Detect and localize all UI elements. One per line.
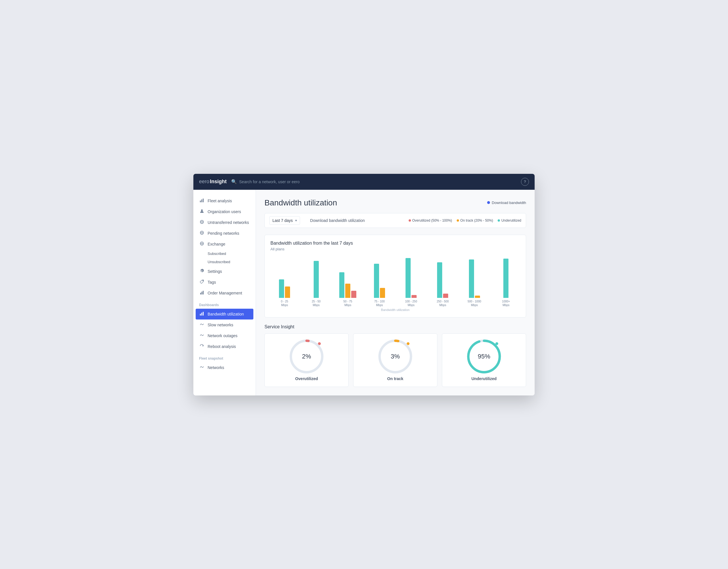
svg-point-3 (201, 209, 203, 211)
svg-rect-0 (200, 200, 201, 202)
chart-bar-icon (199, 198, 205, 204)
bar-group-label: 250 - 500 Mbps (437, 300, 449, 307)
sidebar-item-fleet-analysis[interactable]: Fleet analysis (193, 195, 256, 206)
bar-group: 25 - 50 Mbps (302, 254, 330, 307)
svg-rect-17 (200, 314, 201, 316)
svg-point-13 (203, 280, 203, 281)
sidebar-item-reboot-analysis[interactable]: Reboot analysis (193, 341, 256, 352)
bar-group: 100 - 250 Mbps (397, 254, 425, 307)
sidebar-item-networks[interactable]: Networks (193, 362, 256, 373)
bar (406, 258, 411, 298)
sidebar-item-exchange[interactable]: → Exchange (193, 239, 256, 249)
bar (339, 272, 344, 298)
svg-rect-19 (203, 312, 204, 316)
donut-card-on-track: 3% On track (353, 334, 437, 387)
legend-overutilized: Overutilized (50% - 100%) (409, 218, 452, 222)
sidebar-item-slow-networks[interactable]: Slow networks (193, 320, 256, 330)
sidebar-label-tags: Tags (208, 280, 216, 284)
svg-rect-1 (201, 199, 202, 202)
legend-on-track: On track (20% - 50%) (457, 218, 493, 222)
bar-group: 500 - 1000 Mbps (460, 254, 489, 307)
reboot-icon (199, 344, 205, 349)
download-badge: Download bandwidth (487, 198, 526, 205)
bar (469, 259, 474, 298)
sidebar-label-bandwidth-utilization: Bandwidth utilization (208, 312, 244, 317)
logo-eero: eero (199, 179, 209, 185)
user-icon (199, 209, 205, 214)
bar-group-bars (314, 254, 319, 298)
sidebar-item-untransferred-networks[interactable]: → Untransferred networks (193, 217, 256, 228)
bar-group-label: 1000+ Mbps (502, 300, 510, 307)
svg-rect-16 (203, 291, 204, 295)
period-label: Last 7 days (272, 218, 293, 223)
period-dropdown[interactable]: Last 7 days ▾ (269, 216, 300, 225)
chevron-down-icon: ▾ (295, 218, 297, 222)
globe-icon-pending (199, 230, 205, 236)
bar (411, 295, 417, 298)
svg-rect-2 (203, 198, 204, 202)
bar-group-bars (503, 254, 508, 298)
sidebar-item-pending-networks[interactable]: → Pending networks (193, 228, 256, 239)
bar-group: 0 - 25 Mbps (270, 254, 299, 307)
bar (279, 279, 284, 298)
order-icon (199, 290, 205, 296)
donut-label-overutilized: Overutilized (295, 377, 318, 381)
sidebar-label-untransferred-networks: Untransferred networks (208, 220, 249, 225)
bar (437, 262, 442, 298)
bar-group-bars (406, 254, 417, 298)
donut-label-underutilized: Underutilized (471, 377, 497, 381)
legend-overutilized-label: Overutilized (50% - 100%) (412, 218, 452, 222)
bar-chart: 0 - 25 Mbps25 - 50 Mbps50 - 75 Mbps75 - … (270, 256, 520, 307)
search-placeholder[interactable]: Search for a network, user or eero (239, 179, 299, 184)
tag-icon (199, 279, 205, 285)
sidebar-item-settings[interactable]: Settings (193, 266, 256, 277)
legend-underutilized: Underutilized (498, 218, 521, 222)
sidebar-label-reboot-analysis: Reboot analysis (208, 344, 236, 349)
sidebar-sub-item-unsubscribed[interactable]: Unsubscribed (193, 258, 256, 266)
sidebar-item-tags[interactable]: Tags (193, 277, 256, 288)
sidebar-item-order-management[interactable]: Order Management (193, 288, 256, 299)
sidebar-label-fleet-analysis: Fleet analysis (208, 198, 232, 203)
svg-rect-18 (201, 313, 202, 316)
sidebar-label-exchange: Exchange (208, 242, 225, 246)
help-button[interactable]: ? (521, 178, 529, 186)
chart-section: Bandwidth utilization from the last 7 da… (264, 235, 526, 318)
sidebar-item-network-outages[interactable]: Network outages (193, 330, 256, 341)
content-header: Bandwidth utilization Download bandwidth (264, 198, 526, 213)
donut-percent-underutilized: 95% (478, 353, 490, 360)
sidebar-label-network-outages: Network outages (208, 334, 237, 338)
chart-x-axis-label: Bandwidth utilization (270, 308, 520, 312)
sidebar: Fleet analysis Organization users → (193, 190, 256, 396)
donut-card-underutilized: 95% Underutilized (442, 334, 526, 387)
main-layout: Fleet analysis Organization users → (193, 190, 535, 396)
sidebar-item-bandwidth-utilization[interactable]: Bandwidth utilization (196, 309, 253, 320)
chart-subtitle: All plans (270, 247, 520, 251)
search-bar: 🔍 Search for a network, user or eero (231, 179, 516, 184)
donut-container-overutilized: 2% (289, 340, 324, 374)
service-insight-section: Service Insight 2% Overutilized 3% On tr… (264, 324, 526, 387)
underutilized-dot (498, 219, 500, 221)
sidebar-label-slow-networks: Slow networks (208, 323, 233, 327)
bar (285, 287, 290, 298)
gear-icon (199, 268, 205, 274)
sidebar-label-pending-networks: Pending networks (208, 231, 239, 235)
service-insight-title: Service Insight (264, 324, 526, 330)
bar (475, 296, 480, 298)
donut-label-on-track: On track (387, 377, 404, 381)
bar (503, 258, 508, 298)
sidebar-label-settings: Settings (208, 269, 222, 274)
legend-on-track-label: On track (20% - 50%) (460, 218, 493, 222)
donut-cards: 2% Overutilized 3% On track 95% Underuti… (264, 334, 526, 387)
donut-card-overutilized: 2% Overutilized (264, 334, 349, 387)
bar-group-label: 100 - 250 Mbps (405, 300, 417, 307)
bar-chart-wrapper: 0 - 25 Mbps25 - 50 Mbps50 - 75 Mbps75 - … (270, 256, 520, 307)
sidebar-item-organization-users[interactable]: Organization users (193, 206, 256, 217)
sidebar-sub-item-subscribed[interactable]: Subscribed (193, 249, 256, 258)
bar-group: 1000+ Mbps (492, 254, 520, 307)
bar-group-bars (437, 254, 448, 298)
bar-group-bars (279, 254, 290, 298)
on-track-dot (457, 219, 459, 221)
app-window: eero Insight 🔍 Search for a network, use… (193, 174, 535, 396)
logo: eero Insight (199, 179, 227, 185)
sidebar-label-organization-users: Organization users (208, 209, 241, 214)
